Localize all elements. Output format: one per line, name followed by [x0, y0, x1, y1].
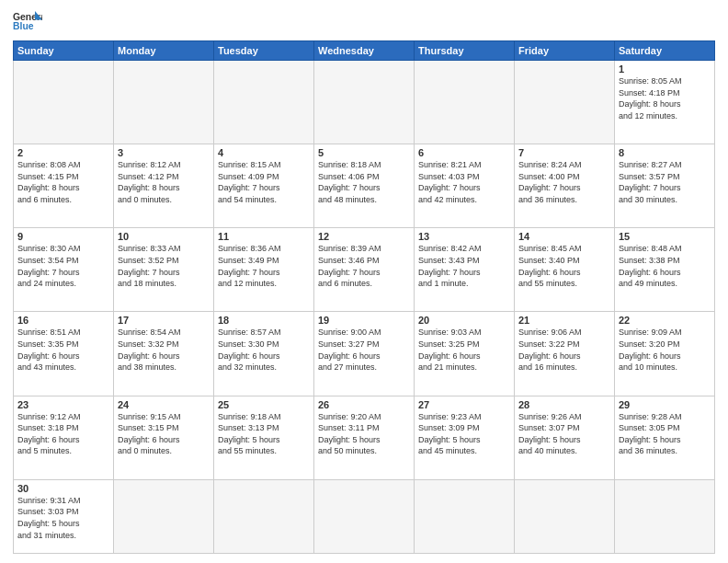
day-info: Sunrise: 8:27 AMSunset: 3:57 PMDaylight:…	[619, 159, 711, 205]
day-number: 18	[218, 315, 310, 326]
day-info: Sunrise: 8:18 AMSunset: 4:06 PMDaylight:…	[318, 159, 410, 205]
day-number: 14	[518, 231, 610, 242]
calendar-cell	[615, 479, 715, 553]
calendar-cell: 22Sunrise: 9:09 AMSunset: 3:20 PMDayligh…	[615, 312, 715, 396]
day-number: 20	[418, 315, 510, 326]
logo: General Blue	[13, 9, 42, 35]
day-number: 13	[418, 231, 510, 242]
day-info: Sunrise: 8:21 AMSunset: 4:03 PMDaylight:…	[418, 159, 510, 205]
day-number: 30	[17, 483, 109, 494]
calendar-cell: 3Sunrise: 8:12 AMSunset: 4:12 PMDaylight…	[114, 144, 214, 228]
day-number: 5	[318, 147, 410, 158]
day-number: 27	[418, 399, 510, 410]
day-number: 12	[318, 231, 410, 242]
day-number: 19	[318, 315, 410, 326]
weekday-header-saturday: Saturday	[615, 41, 715, 61]
calendar-cell	[114, 61, 214, 144]
calendar-cell	[415, 61, 515, 144]
day-number: 10	[118, 231, 210, 242]
calendar-cell	[314, 479, 415, 553]
day-info: Sunrise: 9:28 AMSunset: 3:05 PMDaylight:…	[619, 411, 711, 457]
day-info: Sunrise: 9:15 AMSunset: 3:15 PMDaylight:…	[118, 411, 210, 457]
day-info: Sunrise: 8:08 AMSunset: 4:15 PMDaylight:…	[17, 159, 109, 205]
calendar-cell: 6Sunrise: 8:21 AMSunset: 4:03 PMDaylight…	[415, 144, 515, 228]
day-info: Sunrise: 8:39 AMSunset: 3:46 PMDaylight:…	[318, 243, 410, 289]
calendar-cell: 8Sunrise: 8:27 AMSunset: 3:57 PMDaylight…	[615, 144, 715, 228]
week-row-4: 16Sunrise: 8:51 AMSunset: 3:35 PMDayligh…	[14, 312, 715, 396]
calendar-cell: 24Sunrise: 9:15 AMSunset: 3:15 PMDayligh…	[114, 396, 214, 479]
calendar-cell: 2Sunrise: 8:08 AMSunset: 4:15 PMDaylight…	[14, 144, 114, 228]
day-number: 3	[118, 147, 210, 158]
day-number: 16	[17, 315, 109, 326]
weekday-header-thursday: Thursday	[415, 41, 515, 61]
day-info: Sunrise: 8:45 AMSunset: 3:40 PMDaylight:…	[518, 243, 610, 289]
day-info: Sunrise: 9:26 AMSunset: 3:07 PMDaylight:…	[518, 411, 610, 457]
calendar-cell: 25Sunrise: 9:18 AMSunset: 3:13 PMDayligh…	[214, 396, 314, 479]
day-info: Sunrise: 9:18 AMSunset: 3:13 PMDaylight:…	[218, 411, 310, 457]
calendar-cell	[214, 61, 314, 144]
day-info: Sunrise: 9:23 AMSunset: 3:09 PMDaylight:…	[418, 411, 510, 457]
calendar-table: SundayMondayTuesdayWednesdayThursdayFrid…	[13, 40, 715, 554]
calendar-cell: 9Sunrise: 8:30 AMSunset: 3:54 PMDaylight…	[14, 228, 114, 312]
weekday-header-friday: Friday	[515, 41, 615, 61]
day-number: 23	[17, 399, 109, 410]
calendar-cell: 26Sunrise: 9:20 AMSunset: 3:11 PMDayligh…	[314, 396, 415, 479]
calendar-cell: 7Sunrise: 8:24 AMSunset: 4:00 PMDaylight…	[515, 144, 615, 228]
calendar-cell: 23Sunrise: 9:12 AMSunset: 3:18 PMDayligh…	[14, 396, 114, 479]
calendar-cell: 4Sunrise: 8:15 AMSunset: 4:09 PMDaylight…	[214, 144, 314, 228]
calendar-cell: 27Sunrise: 9:23 AMSunset: 3:09 PMDayligh…	[415, 396, 515, 479]
calendar-cell: 13Sunrise: 8:42 AMSunset: 3:43 PMDayligh…	[415, 228, 515, 312]
svg-text:Blue: Blue	[13, 21, 34, 31]
calendar-cell	[415, 479, 515, 553]
page-header: General Blue	[13, 9, 715, 35]
day-number: 24	[118, 399, 210, 410]
day-info: Sunrise: 9:12 AMSunset: 3:18 PMDaylight:…	[17, 411, 109, 457]
weekday-header-row: SundayMondayTuesdayWednesdayThursdayFrid…	[14, 41, 715, 61]
calendar-cell	[214, 479, 314, 553]
day-info: Sunrise: 8:42 AMSunset: 3:43 PMDaylight:…	[418, 243, 510, 289]
week-row-1: 1Sunrise: 8:05 AMSunset: 4:18 PMDaylight…	[14, 61, 715, 144]
day-info: Sunrise: 9:20 AMSunset: 3:11 PMDaylight:…	[318, 411, 410, 457]
day-info: Sunrise: 8:54 AMSunset: 3:32 PMDaylight:…	[118, 327, 210, 373]
calendar-cell: 15Sunrise: 8:48 AMSunset: 3:38 PMDayligh…	[615, 228, 715, 312]
day-info: Sunrise: 8:15 AMSunset: 4:09 PMDaylight:…	[218, 159, 310, 205]
day-number: 21	[518, 315, 610, 326]
day-info: Sunrise: 9:03 AMSunset: 3:25 PMDaylight:…	[418, 327, 510, 373]
calendar-cell: 5Sunrise: 8:18 AMSunset: 4:06 PMDaylight…	[314, 144, 415, 228]
day-number: 25	[218, 399, 310, 410]
calendar-cell	[314, 61, 415, 144]
calendar-cell: 17Sunrise: 8:54 AMSunset: 3:32 PMDayligh…	[114, 312, 214, 396]
day-number: 9	[17, 231, 109, 242]
logo-icon: General Blue	[13, 9, 42, 35]
calendar-cell: 21Sunrise: 9:06 AMSunset: 3:22 PMDayligh…	[515, 312, 615, 396]
day-info: Sunrise: 8:36 AMSunset: 3:49 PMDaylight:…	[218, 243, 310, 289]
weekday-header-wednesday: Wednesday	[314, 41, 415, 61]
day-info: Sunrise: 8:24 AMSunset: 4:00 PMDaylight:…	[518, 159, 610, 205]
calendar-cell	[14, 61, 114, 144]
day-info: Sunrise: 8:05 AMSunset: 4:18 PMDaylight:…	[619, 75, 711, 121]
day-info: Sunrise: 8:30 AMSunset: 3:54 PMDaylight:…	[17, 243, 109, 289]
calendar-cell	[515, 479, 615, 553]
day-number: 2	[17, 147, 109, 158]
day-info: Sunrise: 9:31 AMSunset: 3:03 PMDaylight:…	[17, 495, 109, 541]
day-number: 7	[518, 147, 610, 158]
day-number: 11	[218, 231, 310, 242]
weekday-header-monday: Monday	[114, 41, 214, 61]
day-number: 29	[619, 399, 711, 410]
calendar-cell: 20Sunrise: 9:03 AMSunset: 3:25 PMDayligh…	[415, 312, 515, 396]
day-number: 17	[118, 315, 210, 326]
week-row-3: 9Sunrise: 8:30 AMSunset: 3:54 PMDaylight…	[14, 228, 715, 312]
calendar-cell: 14Sunrise: 8:45 AMSunset: 3:40 PMDayligh…	[515, 228, 615, 312]
day-info: Sunrise: 8:48 AMSunset: 3:38 PMDaylight:…	[619, 243, 711, 289]
calendar-cell: 1Sunrise: 8:05 AMSunset: 4:18 PMDaylight…	[615, 61, 715, 144]
weekday-header-tuesday: Tuesday	[214, 41, 314, 61]
calendar-cell: 18Sunrise: 8:57 AMSunset: 3:30 PMDayligh…	[214, 312, 314, 396]
day-info: Sunrise: 9:06 AMSunset: 3:22 PMDaylight:…	[518, 327, 610, 373]
day-number: 8	[619, 147, 711, 158]
week-row-5: 23Sunrise: 9:12 AMSunset: 3:18 PMDayligh…	[14, 396, 715, 479]
calendar-cell: 16Sunrise: 8:51 AMSunset: 3:35 PMDayligh…	[14, 312, 114, 396]
week-row-6: 30Sunrise: 9:31 AMSunset: 3:03 PMDayligh…	[14, 479, 715, 553]
calendar-cell: 11Sunrise: 8:36 AMSunset: 3:49 PMDayligh…	[214, 228, 314, 312]
day-number: 6	[418, 147, 510, 158]
day-number: 15	[619, 231, 711, 242]
